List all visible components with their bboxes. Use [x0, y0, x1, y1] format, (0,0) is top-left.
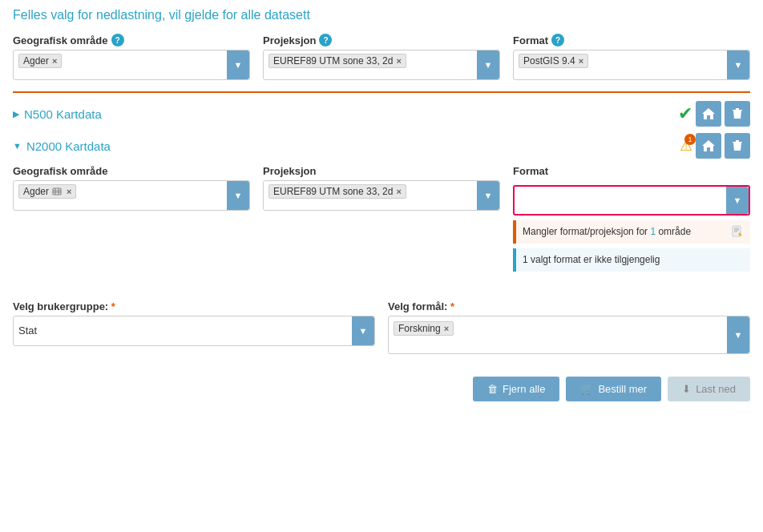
n2000-geografisk-label: Geografisk område — [13, 165, 250, 177]
bestill-mer-button[interactable]: 🛒 Bestill mer — [566, 377, 661, 401]
trash-icon — [733, 108, 742, 119]
n2000-header: ▼ N2000 Kartdata ⚠ 1 — [13, 133, 750, 159]
common-projeksjon-group: Projeksjon ? EUREF89 UTM sone 33, 2d × ▼ — [263, 34, 500, 80]
n2000-format-arrow[interactable]: ▼ — [726, 187, 749, 214]
brukergruppe-field: Velg brukergruppe: * Stat ▼ — [13, 300, 375, 346]
n2000-projeksjon-tag: EUREF89 UTM sone 33, 2d × — [268, 184, 406, 199]
trash-icon — [733, 140, 742, 151]
n2000-title[interactable]: ▼ N2000 Kartdata — [13, 139, 111, 153]
n2000-geografisk-select[interactable]: Agder × ▼ — [13, 180, 250, 211]
n2000-format-select[interactable]: ▼ — [513, 185, 750, 216]
n2000-projeksjon-select[interactable]: EUREF89 UTM sone 33, 2d × ▼ — [263, 180, 500, 211]
home-icon — [702, 108, 715, 119]
common-projeksjon-label: Projeksjon ? — [263, 34, 500, 46]
formal-arrow[interactable]: ▼ — [727, 316, 749, 353]
n2000-geografisk-tag-icon — [52, 186, 63, 197]
brukergruppe-select[interactable]: Stat ▼ — [13, 316, 375, 346]
common-geografisk-select[interactable]: Agder × ▼ — [13, 50, 250, 80]
common-format-tag: PostGIS 9.4 × — [519, 54, 588, 68]
n2000-projeksjon-label: Projeksjon — [263, 165, 500, 177]
n2000-warn-count: 1 — [684, 134, 696, 145]
n2000-fields: Geografisk område Agder — [13, 165, 750, 272]
common-format-arrow[interactable]: ▼ — [727, 50, 749, 79]
n500-delete-button[interactable] — [725, 101, 750, 127]
n2000-home-button[interactable] — [696, 133, 721, 159]
n500-home-button[interactable] — [696, 101, 721, 127]
common-format-select[interactable]: PostGIS 9.4 × ▼ — [513, 50, 750, 80]
common-format-group: Format ? PostGIS 9.4 × ▼ — [513, 34, 750, 80]
n2000-actions: ⚠ 1 — [680, 133, 750, 159]
n2000-delete-button[interactable] — [725, 133, 750, 159]
n500-title[interactable]: ▶ N500 Kartdata — [13, 107, 102, 121]
common-geografisk-label: Geografisk område ? — [13, 34, 250, 46]
common-projeksjon-select[interactable]: EUREF89 UTM sone 33, 2d × ▼ — [263, 50, 500, 80]
map-icon — [52, 187, 62, 196]
trash-icon: 🗑 — [487, 383, 498, 395]
n500-arrow-icon: ▶ — [13, 109, 19, 119]
n500-check-icon: ✔ — [678, 103, 692, 124]
n500-section: ▶ N500 Kartdata ✔ — [13, 101, 750, 127]
n2000-projeksjon-group: Projeksjon EUREF89 UTM sone 33, 2d × ▼ — [263, 165, 500, 211]
brukergruppe-value: Stat — [18, 324, 37, 337]
svg-point-2 — [738, 233, 741, 236]
page-wrapper: Felles valg for nedlastning, vil gjelde … — [0, 0, 763, 414]
formal-field: Velg formål: * Forskning × ▼ — [388, 300, 750, 354]
brukergruppe-arrow[interactable]: ▼ — [352, 316, 374, 345]
alert-doc-icon — [731, 225, 744, 238]
formal-forskning-tag: Forskning × — [394, 321, 454, 336]
n2000-geografisk-remove[interactable]: × — [67, 187, 71, 196]
common-format-label: Format ? — [513, 34, 750, 46]
cart-icon: 🛒 — [580, 383, 593, 395]
common-geografisk-group: Geografisk område ? Agder × ▼ — [13, 34, 250, 80]
format-help-icon[interactable]: ? — [551, 34, 564, 46]
n2000-geografisk-group: Geografisk område Agder — [13, 165, 250, 211]
section-divider — [13, 91, 750, 93]
n2000-geografisk-tag: Agder × — [18, 184, 76, 199]
common-projeksjon-remove[interactable]: × — [396, 56, 401, 66]
download-icon: ⬇ — [682, 383, 691, 395]
brukergruppe-label: Velg brukergruppe: * — [13, 300, 375, 312]
n2000-body: Geografisk område Agder — [13, 165, 750, 288]
geografisk-help-icon[interactable]: ? — [111, 34, 124, 46]
common-format-remove[interactable]: × — [579, 56, 583, 66]
formal-label: Velg formål: * — [388, 300, 750, 312]
n2000-error-alert: Mangler format/projeksjon for 1 område — [513, 220, 750, 244]
n500-header: ▶ N500 Kartdata ✔ — [13, 101, 750, 127]
common-fields: Geografisk område ? Agder × ▼ Projeksjon… — [13, 34, 750, 80]
common-geografisk-arrow[interactable]: ▼ — [227, 50, 249, 79]
common-geografisk-remove[interactable]: × — [52, 56, 57, 66]
common-geografisk-tag: Agder × — [18, 54, 62, 68]
last-ned-button[interactable]: ⬇ Last ned — [668, 377, 750, 401]
n2000-arrow-icon: ▼ — [13, 141, 22, 151]
formal-select[interactable]: Forskning × ▼ — [388, 316, 750, 354]
projeksjon-help-icon[interactable]: ? — [319, 34, 332, 46]
n500-actions: ✔ — [678, 101, 750, 127]
n2000-format-label: Format — [513, 165, 750, 177]
home-icon — [702, 140, 715, 151]
n2000-info-alert: 1 valgt format er ikke tilgjengelig — [513, 248, 750, 272]
fjern-alle-button[interactable]: 🗑 Fjern alle — [473, 377, 559, 401]
page-title: Felles valg for nedlastning, vil gjelde … — [13, 8, 750, 22]
n2000-projeksjon-remove[interactable]: × — [396, 187, 401, 196]
brukergruppe-required: * — [111, 300, 115, 312]
bottom-section: Velg brukergruppe: * Stat ▼ Velg formål:… — [13, 300, 750, 354]
svg-rect-0 — [53, 188, 61, 195]
n2000-warn-badge: ⚠ 1 — [680, 137, 692, 155]
common-projeksjon-tag: EUREF89 UTM sone 33, 2d × — [268, 54, 406, 68]
formal-required: * — [450, 300, 454, 312]
footer-buttons: 🗑 Fjern alle 🛒 Bestill mer ⬇ Last ned — [13, 370, 750, 401]
n2000-section: ▼ N2000 Kartdata ⚠ 1 — [13, 133, 750, 288]
formal-forskning-remove[interactable]: × — [444, 324, 449, 333]
n2000-format-col: Format ▼ Mangler format/projeksjon for 1… — [513, 165, 750, 272]
n2000-projeksjon-arrow[interactable]: ▼ — [477, 181, 499, 210]
n2000-geografisk-arrow[interactable]: ▼ — [227, 181, 249, 210]
common-projeksjon-arrow[interactable]: ▼ — [477, 50, 499, 79]
